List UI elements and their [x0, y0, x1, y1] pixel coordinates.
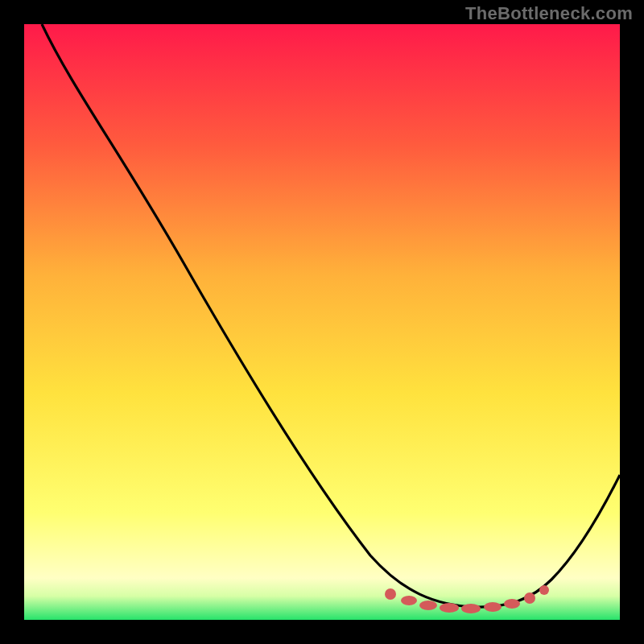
plot-area — [24, 24, 620, 620]
svg-point-2 — [401, 596, 417, 605]
watermark-text: TheBottleneck.com — [465, 3, 633, 24]
svg-point-5 — [461, 604, 481, 613]
svg-point-4 — [440, 603, 459, 613]
bottleneck-curve — [42, 24, 620, 607]
chart-frame: TheBottleneck.com — [0, 0, 644, 644]
svg-point-6 — [484, 602, 502, 612]
svg-point-9 — [539, 585, 549, 595]
svg-point-8 — [524, 592, 535, 604]
svg-point-7 — [504, 599, 520, 609]
svg-point-3 — [419, 601, 437, 610]
svg-point-1 — [385, 588, 396, 600]
curve-layer — [24, 24, 620, 620]
